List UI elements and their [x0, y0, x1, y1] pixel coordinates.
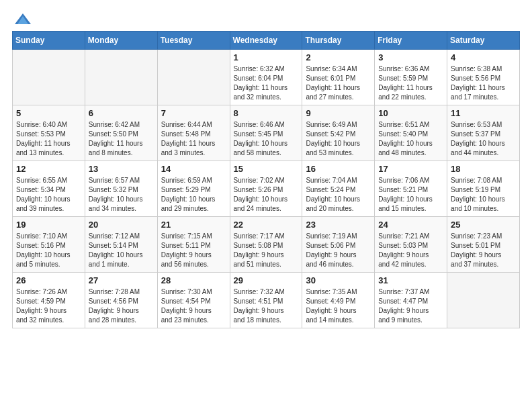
day-info: Sunrise: 7:37 AM Sunset: 4:47 PM Dayligh…: [378, 287, 443, 325]
calendar-day-cell: 3Sunrise: 6:36 AM Sunset: 5:59 PM Daylig…: [375, 50, 447, 105]
calendar-week-row: 1Sunrise: 6:32 AM Sunset: 6:04 PM Daylig…: [13, 50, 520, 105]
day-number: 7: [161, 108, 226, 118]
day-info: Sunrise: 6:34 AM Sunset: 6:01 PM Dayligh…: [306, 64, 371, 102]
calendar-week-row: 5Sunrise: 6:40 AM Sunset: 5:53 PM Daylig…: [13, 105, 520, 161]
page: SundayMondayTuesdayWednesdayThursdayFrid…: [0, 0, 532, 340]
calendar-day-cell: 8Sunrise: 6:46 AM Sunset: 5:45 PM Daylig…: [230, 105, 302, 161]
day-number: 1: [234, 52, 299, 62]
day-number: 29: [234, 275, 299, 285]
day-info: Sunrise: 7:06 AM Sunset: 5:21 PM Dayligh…: [378, 176, 443, 214]
day-info: Sunrise: 6:55 AM Sunset: 5:34 PM Dayligh…: [16, 176, 81, 214]
calendar-day-cell: 2Sunrise: 6:34 AM Sunset: 6:01 PM Daylig…: [302, 50, 375, 105]
day-number: 24: [378, 220, 443, 230]
calendar-day-cell: 25Sunrise: 7:23 AM Sunset: 5:01 PM Dayli…: [447, 217, 520, 273]
calendar-day-cell: [13, 50, 85, 105]
calendar-day-cell: 27Sunrise: 7:28 AM Sunset: 4:56 PM Dayli…: [85, 273, 157, 328]
calendar-day-cell: 9Sunrise: 6:49 AM Sunset: 5:42 PM Daylig…: [302, 105, 375, 161]
calendar-day-cell: 15Sunrise: 7:02 AM Sunset: 5:26 PM Dayli…: [230, 161, 302, 217]
calendar-day-cell: [85, 50, 157, 105]
calendar-week-row: 12Sunrise: 6:55 AM Sunset: 5:34 PM Dayli…: [13, 161, 520, 217]
day-number: 18: [451, 164, 516, 174]
calendar-day-cell: 29Sunrise: 7:32 AM Sunset: 4:51 PM Dayli…: [230, 273, 302, 328]
day-info: Sunrise: 7:10 AM Sunset: 5:16 PM Dayligh…: [16, 232, 81, 269]
day-info: Sunrise: 7:28 AM Sunset: 4:56 PM Dayligh…: [89, 287, 154, 325]
calendar-day-cell: [447, 273, 520, 328]
day-info: Sunrise: 7:04 AM Sunset: 5:24 PM Dayligh…: [306, 176, 371, 214]
day-info: Sunrise: 7:15 AM Sunset: 5:11 PM Dayligh…: [161, 232, 226, 269]
day-number: 19: [16, 220, 81, 230]
calendar-day-cell: 20Sunrise: 7:12 AM Sunset: 5:14 PM Dayli…: [85, 217, 157, 273]
day-info: Sunrise: 6:46 AM Sunset: 5:45 PM Dayligh…: [234, 120, 299, 158]
day-info: Sunrise: 7:35 AM Sunset: 4:49 PM Dayligh…: [306, 287, 371, 325]
calendar-day-cell: 5Sunrise: 6:40 AM Sunset: 5:53 PM Daylig…: [13, 105, 85, 161]
day-number: 20: [89, 220, 154, 230]
logo-icon: [13, 12, 32, 27]
calendar-day-cell: 4Sunrise: 6:38 AM Sunset: 5:56 PM Daylig…: [447, 50, 520, 105]
day-info: Sunrise: 6:38 AM Sunset: 5:56 PM Dayligh…: [451, 64, 516, 102]
day-number: 3: [378, 52, 443, 62]
calendar-day-header: Friday: [375, 32, 447, 50]
calendar-day-cell: 22Sunrise: 7:17 AM Sunset: 5:08 PM Dayli…: [230, 217, 302, 273]
day-number: 12: [16, 164, 81, 174]
day-info: Sunrise: 7:08 AM Sunset: 5:19 PM Dayligh…: [451, 176, 516, 214]
day-number: 28: [161, 275, 226, 285]
calendar-day-cell: 14Sunrise: 6:59 AM Sunset: 5:29 PM Dayli…: [157, 161, 230, 217]
calendar-day-cell: 30Sunrise: 7:35 AM Sunset: 4:49 PM Dayli…: [302, 273, 375, 328]
calendar-day-header: Thursday: [302, 32, 375, 50]
calendar-day-cell: 21Sunrise: 7:15 AM Sunset: 5:11 PM Dayli…: [157, 217, 230, 273]
calendar-header-row: SundayMondayTuesdayWednesdayThursdayFrid…: [13, 32, 520, 50]
day-info: Sunrise: 6:42 AM Sunset: 5:50 PM Dayligh…: [89, 120, 154, 158]
day-info: Sunrise: 7:30 AM Sunset: 4:54 PM Dayligh…: [161, 287, 226, 325]
day-number: 10: [378, 108, 443, 118]
calendar-day-cell: 26Sunrise: 7:26 AM Sunset: 4:59 PM Dayli…: [13, 273, 85, 328]
day-number: 9: [306, 108, 371, 118]
day-info: Sunrise: 7:23 AM Sunset: 5:01 PM Dayligh…: [451, 232, 516, 269]
day-info: Sunrise: 7:21 AM Sunset: 5:03 PM Dayligh…: [378, 232, 443, 269]
day-info: Sunrise: 6:44 AM Sunset: 5:48 PM Dayligh…: [161, 120, 226, 158]
day-number: 26: [16, 275, 81, 285]
day-info: Sunrise: 6:36 AM Sunset: 5:59 PM Dayligh…: [378, 64, 443, 102]
day-info: Sunrise: 7:12 AM Sunset: 5:14 PM Dayligh…: [89, 232, 154, 269]
day-info: Sunrise: 6:32 AM Sunset: 6:04 PM Dayligh…: [234, 64, 299, 102]
day-number: 22: [234, 220, 299, 230]
day-info: Sunrise: 7:02 AM Sunset: 5:26 PM Dayligh…: [234, 176, 299, 214]
day-number: 27: [89, 275, 154, 285]
day-info: Sunrise: 7:19 AM Sunset: 5:06 PM Dayligh…: [306, 232, 371, 269]
calendar-day-header: Tuesday: [157, 32, 230, 50]
day-number: 31: [378, 275, 443, 285]
calendar-day-cell: 31Sunrise: 7:37 AM Sunset: 4:47 PM Dayli…: [375, 273, 447, 328]
calendar-day-cell: 12Sunrise: 6:55 AM Sunset: 5:34 PM Dayli…: [13, 161, 85, 217]
calendar-day-cell: 16Sunrise: 7:04 AM Sunset: 5:24 PM Dayli…: [302, 161, 375, 217]
day-number: 17: [378, 164, 443, 174]
day-number: 23: [306, 220, 371, 230]
day-number: 8: [234, 108, 299, 118]
calendar-day-header: Wednesday: [230, 32, 302, 50]
day-number: 30: [306, 275, 371, 285]
day-info: Sunrise: 6:51 AM Sunset: 5:40 PM Dayligh…: [378, 120, 443, 158]
calendar-day-cell: 10Sunrise: 6:51 AM Sunset: 5:40 PM Dayli…: [375, 105, 447, 161]
day-number: 15: [234, 164, 299, 174]
calendar-day-cell: 23Sunrise: 7:19 AM Sunset: 5:06 PM Dayli…: [302, 217, 375, 273]
day-info: Sunrise: 7:32 AM Sunset: 4:51 PM Dayligh…: [234, 287, 299, 325]
calendar-day-cell: 28Sunrise: 7:30 AM Sunset: 4:54 PM Dayli…: [157, 273, 230, 328]
day-info: Sunrise: 6:49 AM Sunset: 5:42 PM Dayligh…: [306, 120, 371, 158]
day-info: Sunrise: 6:40 AM Sunset: 5:53 PM Dayligh…: [16, 120, 81, 158]
calendar-day-cell: [157, 50, 230, 105]
day-info: Sunrise: 6:57 AM Sunset: 5:32 PM Dayligh…: [89, 176, 154, 214]
day-number: 13: [89, 164, 154, 174]
calendar: SundayMondayTuesdayWednesdayThursdayFrid…: [12, 31, 520, 328]
header: [12, 12, 520, 24]
calendar-day-cell: 17Sunrise: 7:06 AM Sunset: 5:21 PM Dayli…: [375, 161, 447, 217]
calendar-week-row: 26Sunrise: 7:26 AM Sunset: 4:59 PM Dayli…: [13, 273, 520, 328]
calendar-week-row: 19Sunrise: 7:10 AM Sunset: 5:16 PM Dayli…: [13, 217, 520, 273]
day-number: 21: [161, 220, 226, 230]
calendar-day-header: Sunday: [13, 32, 85, 50]
calendar-day-header: Monday: [85, 32, 157, 50]
logo: [12, 12, 32, 24]
day-info: Sunrise: 7:17 AM Sunset: 5:08 PM Dayligh…: [234, 232, 299, 269]
day-info: Sunrise: 6:59 AM Sunset: 5:29 PM Dayligh…: [161, 176, 226, 214]
day-number: 25: [451, 220, 516, 230]
calendar-day-cell: 1Sunrise: 6:32 AM Sunset: 6:04 PM Daylig…: [230, 50, 302, 105]
logo-text: [12, 12, 32, 27]
day-number: 6: [89, 108, 154, 118]
